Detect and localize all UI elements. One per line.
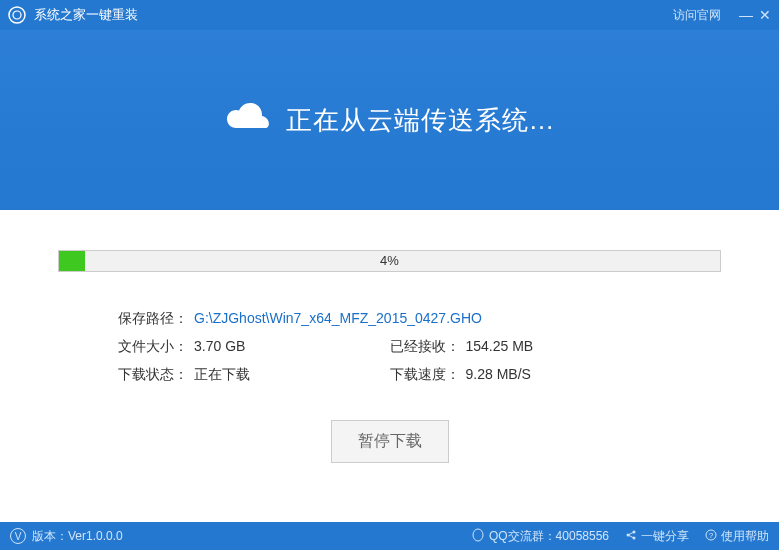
help-label: 使用帮助 [721, 528, 769, 545]
save-path-label: 保存路径： [118, 310, 188, 328]
content-area: 4% 保存路径： G:\ZJGhost\Win7_x64_MFZ_2015_04… [0, 210, 779, 463]
version-badge-icon: V [10, 528, 26, 544]
qq-group-link[interactable]: QQ交流群： 40058556 [471, 528, 609, 545]
download-info: 保存路径： G:\ZJGhost\Win7_x64_MFZ_2015_0427.… [58, 310, 721, 384]
speed-label: 下载速度： [390, 366, 460, 384]
svg-line-5 [628, 532, 634, 535]
svg-line-6 [628, 535, 634, 538]
file-size-value: 3.70 GB [194, 338, 245, 356]
titlebar: 系统之家一键重装 访问官网 — ✕ [0, 0, 779, 30]
svg-point-1 [473, 529, 483, 541]
received-label: 已经接收： [390, 338, 460, 356]
status-label: 下载状态： [118, 366, 188, 384]
official-site-link[interactable]: 访问官网 [673, 7, 721, 24]
svg-text:?: ? [709, 531, 714, 540]
share-label: 一键分享 [641, 528, 689, 545]
app-title: 系统之家一键重装 [34, 6, 138, 24]
share-link[interactable]: 一键分享 [625, 528, 689, 545]
status-value: 正在下载 [194, 366, 250, 384]
share-icon [625, 529, 637, 544]
progress-percent-label: 4% [59, 251, 720, 271]
app-logo-icon [8, 6, 26, 24]
close-button[interactable]: ✕ [759, 8, 771, 22]
qq-group-value: 40058556 [556, 529, 609, 543]
help-link[interactable]: ? 使用帮助 [705, 528, 769, 545]
version-label: 版本： [32, 528, 68, 545]
qq-icon [471, 528, 485, 545]
qq-group-label: QQ交流群： [489, 528, 556, 545]
footer-bar: V 版本： Ver1.0.0.0 QQ交流群： 40058556 一键分享 ? … [0, 522, 779, 550]
pause-download-button[interactable]: 暂停下载 [331, 420, 449, 463]
version-value: Ver1.0.0.0 [68, 529, 123, 543]
hero-headline: 正在从云端传送系统… [286, 103, 556, 138]
file-size-label: 文件大小： [118, 338, 188, 356]
minimize-button[interactable]: — [739, 8, 753, 22]
speed-value: 9.28 MB/S [466, 366, 531, 384]
hero-banner: 正在从云端传送系统… [0, 30, 779, 210]
save-path-value[interactable]: G:\ZJGhost\Win7_x64_MFZ_2015_0427.GHO [194, 310, 482, 328]
help-icon: ? [705, 529, 717, 544]
progress-bar: 4% [58, 250, 721, 272]
cloud-icon [224, 102, 272, 138]
received-value: 154.25 MB [466, 338, 534, 356]
svg-point-0 [9, 7, 25, 23]
